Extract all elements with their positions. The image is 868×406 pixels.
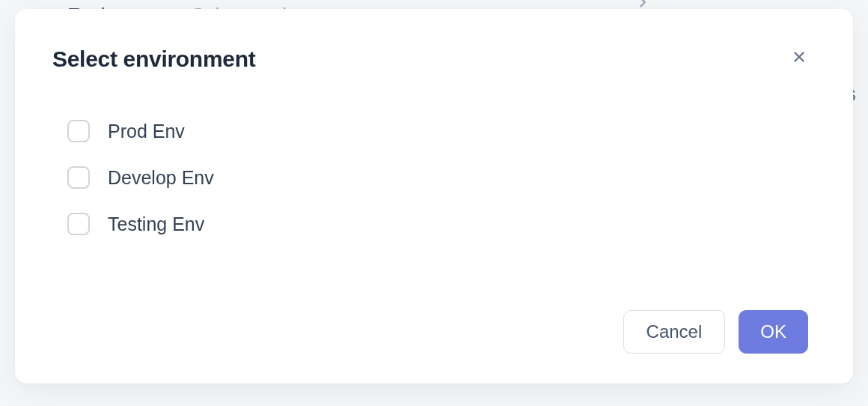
modal-footer: Cancel OK	[52, 288, 808, 354]
option-label: Testing Env	[108, 213, 204, 235]
option-testing-env[interactable]: Testing Env	[67, 213, 808, 235]
modal-title: Select environment	[52, 46, 255, 72]
option-develop-env[interactable]: Develop Env	[67, 166, 808, 189]
close-icon[interactable]	[790, 48, 808, 66]
checkbox[interactable]	[67, 213, 90, 235]
cancel-button[interactable]: Cancel	[623, 310, 726, 354]
option-label: Prod Env	[108, 121, 185, 142]
checkbox[interactable]	[67, 166, 90, 189]
ok-button[interactable]: OK	[739, 310, 808, 354]
environment-options-list: Prod Env Develop Env Testing Env	[52, 120, 808, 235]
modal-header: Select environment	[52, 46, 808, 72]
option-prod-env[interactable]: Prod Env	[67, 120, 808, 142]
checkbox[interactable]	[67, 120, 90, 142]
option-label: Develop Env	[108, 167, 214, 189]
select-environment-modal: Select environment Prod Env Develop Env …	[15, 9, 853, 384]
